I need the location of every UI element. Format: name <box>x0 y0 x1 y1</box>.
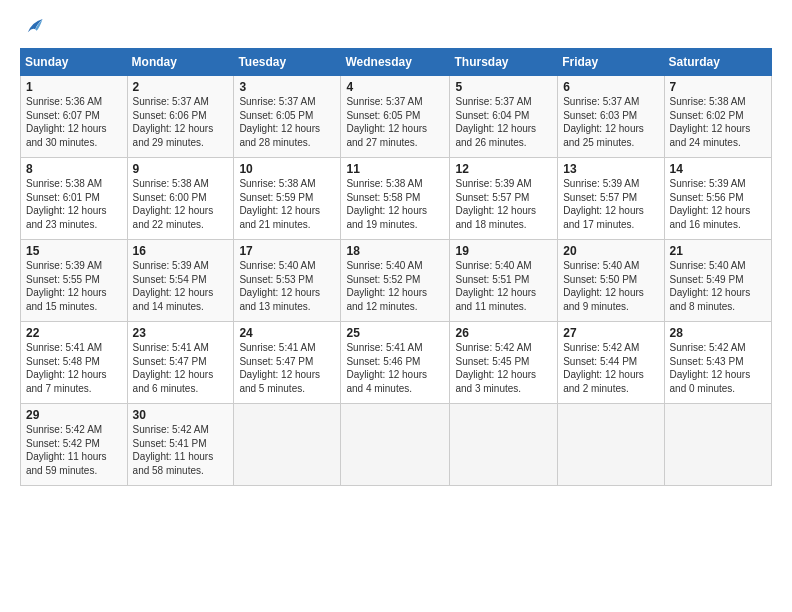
calendar-cell: 25Sunrise: 5:41 AM Sunset: 5:46 PM Dayli… <box>341 322 450 404</box>
day-info: Sunrise: 5:37 AM Sunset: 6:04 PM Dayligh… <box>455 95 552 149</box>
calendar-cell: 20Sunrise: 5:40 AM Sunset: 5:50 PM Dayli… <box>558 240 664 322</box>
day-number: 2 <box>133 80 229 94</box>
calendar-cell: 24Sunrise: 5:41 AM Sunset: 5:47 PM Dayli… <box>234 322 341 404</box>
calendar-cell: 16Sunrise: 5:39 AM Sunset: 5:54 PM Dayli… <box>127 240 234 322</box>
weekday-friday: Friday <box>558 49 664 76</box>
calendar-cell: 18Sunrise: 5:40 AM Sunset: 5:52 PM Dayli… <box>341 240 450 322</box>
header <box>20 16 772 38</box>
logo-bird-icon <box>22 16 44 38</box>
day-info: Sunrise: 5:37 AM Sunset: 6:06 PM Dayligh… <box>133 95 229 149</box>
calendar-header: SundayMondayTuesdayWednesdayThursdayFrid… <box>21 49 772 76</box>
day-number: 16 <box>133 244 229 258</box>
weekday-monday: Monday <box>127 49 234 76</box>
day-info: Sunrise: 5:40 AM Sunset: 5:51 PM Dayligh… <box>455 259 552 313</box>
day-number: 20 <box>563 244 658 258</box>
day-number: 25 <box>346 326 444 340</box>
day-info: Sunrise: 5:37 AM Sunset: 6:03 PM Dayligh… <box>563 95 658 149</box>
day-info: Sunrise: 5:39 AM Sunset: 5:57 PM Dayligh… <box>563 177 658 231</box>
calendar-cell: 22Sunrise: 5:41 AM Sunset: 5:48 PM Dayli… <box>21 322 128 404</box>
day-info: Sunrise: 5:42 AM Sunset: 5:45 PM Dayligh… <box>455 341 552 395</box>
weekday-header-row: SundayMondayTuesdayWednesdayThursdayFrid… <box>21 49 772 76</box>
calendar-cell: 29Sunrise: 5:42 AM Sunset: 5:42 PM Dayli… <box>21 404 128 486</box>
day-number: 19 <box>455 244 552 258</box>
day-info: Sunrise: 5:38 AM Sunset: 6:02 PM Dayligh… <box>670 95 766 149</box>
day-number: 6 <box>563 80 658 94</box>
day-number: 3 <box>239 80 335 94</box>
day-number: 17 <box>239 244 335 258</box>
calendar-week-4: 22Sunrise: 5:41 AM Sunset: 5:48 PM Dayli… <box>21 322 772 404</box>
day-number: 13 <box>563 162 658 176</box>
calendar-week-5: 29Sunrise: 5:42 AM Sunset: 5:42 PM Dayli… <box>21 404 772 486</box>
day-info: Sunrise: 5:37 AM Sunset: 6:05 PM Dayligh… <box>239 95 335 149</box>
day-number: 10 <box>239 162 335 176</box>
calendar-cell: 19Sunrise: 5:40 AM Sunset: 5:51 PM Dayli… <box>450 240 558 322</box>
day-number: 30 <box>133 408 229 422</box>
day-number: 8 <box>26 162 122 176</box>
day-number: 11 <box>346 162 444 176</box>
weekday-wednesday: Wednesday <box>341 49 450 76</box>
calendar-cell: 12Sunrise: 5:39 AM Sunset: 5:57 PM Dayli… <box>450 158 558 240</box>
calendar-cell: 11Sunrise: 5:38 AM Sunset: 5:58 PM Dayli… <box>341 158 450 240</box>
day-info: Sunrise: 5:41 AM Sunset: 5:47 PM Dayligh… <box>133 341 229 395</box>
calendar-cell <box>341 404 450 486</box>
day-info: Sunrise: 5:39 AM Sunset: 5:56 PM Dayligh… <box>670 177 766 231</box>
page: SundayMondayTuesdayWednesdayThursdayFrid… <box>0 0 792 612</box>
calendar-cell: 30Sunrise: 5:42 AM Sunset: 5:41 PM Dayli… <box>127 404 234 486</box>
calendar-body: 1Sunrise: 5:36 AM Sunset: 6:07 PM Daylig… <box>21 76 772 486</box>
day-info: Sunrise: 5:42 AM Sunset: 5:44 PM Dayligh… <box>563 341 658 395</box>
calendar-cell: 9Sunrise: 5:38 AM Sunset: 6:00 PM Daylig… <box>127 158 234 240</box>
calendar-cell: 17Sunrise: 5:40 AM Sunset: 5:53 PM Dayli… <box>234 240 341 322</box>
day-info: Sunrise: 5:42 AM Sunset: 5:42 PM Dayligh… <box>26 423 122 477</box>
calendar-cell: 6Sunrise: 5:37 AM Sunset: 6:03 PM Daylig… <box>558 76 664 158</box>
calendar-cell: 10Sunrise: 5:38 AM Sunset: 5:59 PM Dayli… <box>234 158 341 240</box>
weekday-sunday: Sunday <box>21 49 128 76</box>
day-number: 28 <box>670 326 766 340</box>
day-number: 18 <box>346 244 444 258</box>
weekday-thursday: Thursday <box>450 49 558 76</box>
calendar-cell: 3Sunrise: 5:37 AM Sunset: 6:05 PM Daylig… <box>234 76 341 158</box>
logo <box>20 16 44 38</box>
day-info: Sunrise: 5:38 AM Sunset: 6:01 PM Dayligh… <box>26 177 122 231</box>
day-number: 7 <box>670 80 766 94</box>
day-info: Sunrise: 5:38 AM Sunset: 6:00 PM Dayligh… <box>133 177 229 231</box>
day-number: 23 <box>133 326 229 340</box>
day-info: Sunrise: 5:40 AM Sunset: 5:50 PM Dayligh… <box>563 259 658 313</box>
day-number: 26 <box>455 326 552 340</box>
day-number: 29 <box>26 408 122 422</box>
weekday-saturday: Saturday <box>664 49 771 76</box>
calendar-cell: 14Sunrise: 5:39 AM Sunset: 5:56 PM Dayli… <box>664 158 771 240</box>
day-info: Sunrise: 5:39 AM Sunset: 5:57 PM Dayligh… <box>455 177 552 231</box>
day-number: 9 <box>133 162 229 176</box>
calendar-week-1: 1Sunrise: 5:36 AM Sunset: 6:07 PM Daylig… <box>21 76 772 158</box>
calendar-week-2: 8Sunrise: 5:38 AM Sunset: 6:01 PM Daylig… <box>21 158 772 240</box>
calendar-cell <box>664 404 771 486</box>
calendar-cell: 4Sunrise: 5:37 AM Sunset: 6:05 PM Daylig… <box>341 76 450 158</box>
day-number: 27 <box>563 326 658 340</box>
calendar-cell: 2Sunrise: 5:37 AM Sunset: 6:06 PM Daylig… <box>127 76 234 158</box>
calendar-cell: 26Sunrise: 5:42 AM Sunset: 5:45 PM Dayli… <box>450 322 558 404</box>
weekday-tuesday: Tuesday <box>234 49 341 76</box>
day-number: 5 <box>455 80 552 94</box>
day-number: 24 <box>239 326 335 340</box>
calendar-week-3: 15Sunrise: 5:39 AM Sunset: 5:55 PM Dayli… <box>21 240 772 322</box>
calendar-cell: 5Sunrise: 5:37 AM Sunset: 6:04 PM Daylig… <box>450 76 558 158</box>
calendar-cell <box>450 404 558 486</box>
day-info: Sunrise: 5:41 AM Sunset: 5:47 PM Dayligh… <box>239 341 335 395</box>
calendar-cell <box>558 404 664 486</box>
day-info: Sunrise: 5:42 AM Sunset: 5:41 PM Dayligh… <box>133 423 229 477</box>
day-info: Sunrise: 5:38 AM Sunset: 5:58 PM Dayligh… <box>346 177 444 231</box>
day-info: Sunrise: 5:40 AM Sunset: 5:53 PM Dayligh… <box>239 259 335 313</box>
day-info: Sunrise: 5:39 AM Sunset: 5:55 PM Dayligh… <box>26 259 122 313</box>
day-number: 1 <box>26 80 122 94</box>
day-number: 4 <box>346 80 444 94</box>
day-info: Sunrise: 5:38 AM Sunset: 5:59 PM Dayligh… <box>239 177 335 231</box>
calendar-cell: 7Sunrise: 5:38 AM Sunset: 6:02 PM Daylig… <box>664 76 771 158</box>
day-info: Sunrise: 5:42 AM Sunset: 5:43 PM Dayligh… <box>670 341 766 395</box>
calendar-cell: 8Sunrise: 5:38 AM Sunset: 6:01 PM Daylig… <box>21 158 128 240</box>
calendar-cell: 27Sunrise: 5:42 AM Sunset: 5:44 PM Dayli… <box>558 322 664 404</box>
calendar-cell: 15Sunrise: 5:39 AM Sunset: 5:55 PM Dayli… <box>21 240 128 322</box>
calendar-cell: 23Sunrise: 5:41 AM Sunset: 5:47 PM Dayli… <box>127 322 234 404</box>
day-info: Sunrise: 5:40 AM Sunset: 5:49 PM Dayligh… <box>670 259 766 313</box>
day-info: Sunrise: 5:41 AM Sunset: 5:48 PM Dayligh… <box>26 341 122 395</box>
calendar-cell: 13Sunrise: 5:39 AM Sunset: 5:57 PM Dayli… <box>558 158 664 240</box>
